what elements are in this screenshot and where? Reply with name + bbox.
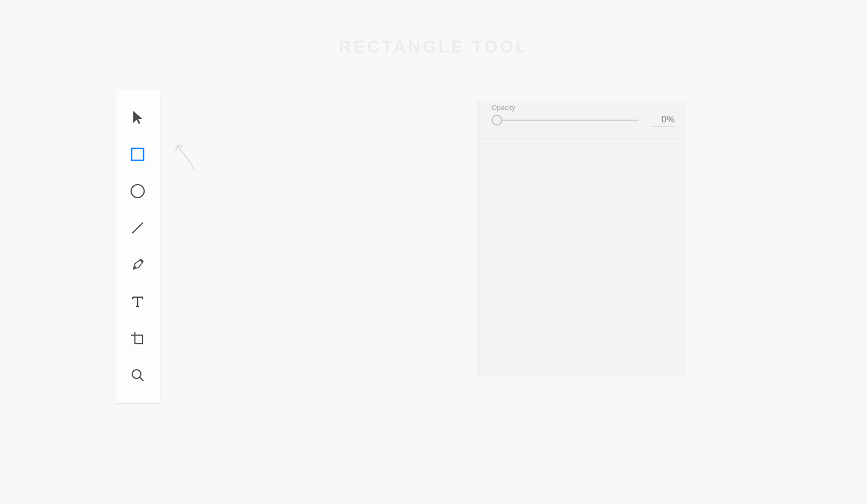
opacity-label: Opacity (491, 103, 675, 112)
callout-arrow-icon (173, 140, 199, 172)
ellipse-tool[interactable] (122, 176, 153, 206)
ellipse-icon (130, 184, 145, 199)
slider-thumb[interactable] (491, 115, 502, 126)
zoom-tool[interactable] (122, 360, 153, 390)
opacity-row: 0% (491, 114, 675, 127)
magnifier-icon (131, 368, 145, 382)
artboard-tool[interactable] (122, 323, 153, 354)
rectangle-icon (131, 147, 145, 161)
select-tool[interactable] (122, 102, 153, 133)
pen-icon (130, 257, 145, 272)
pointer-icon (131, 110, 144, 125)
text-icon (131, 295, 144, 308)
svg-rect-0 (132, 148, 144, 160)
pen-tool[interactable] (122, 250, 153, 280)
opacity-slider[interactable] (491, 114, 639, 127)
svg-line-8 (140, 377, 143, 381)
opacity-section: Opacity 0% (477, 101, 685, 139)
text-tool[interactable] (122, 286, 153, 317)
rectangle-tool[interactable] (122, 139, 153, 169)
opacity-value-field[interactable]: 0% (651, 114, 675, 127)
svg-line-2 (132, 222, 143, 233)
artboard-icon (130, 331, 146, 346)
page-heading: RECTANGLE TOOL (0, 37, 867, 57)
svg-point-1 (131, 185, 144, 198)
properties-panel: Opacity 0% (477, 101, 685, 377)
line-tool[interactable] (122, 213, 153, 243)
line-icon (130, 220, 145, 235)
tool-palette (115, 89, 160, 404)
slider-track (491, 120, 639, 121)
